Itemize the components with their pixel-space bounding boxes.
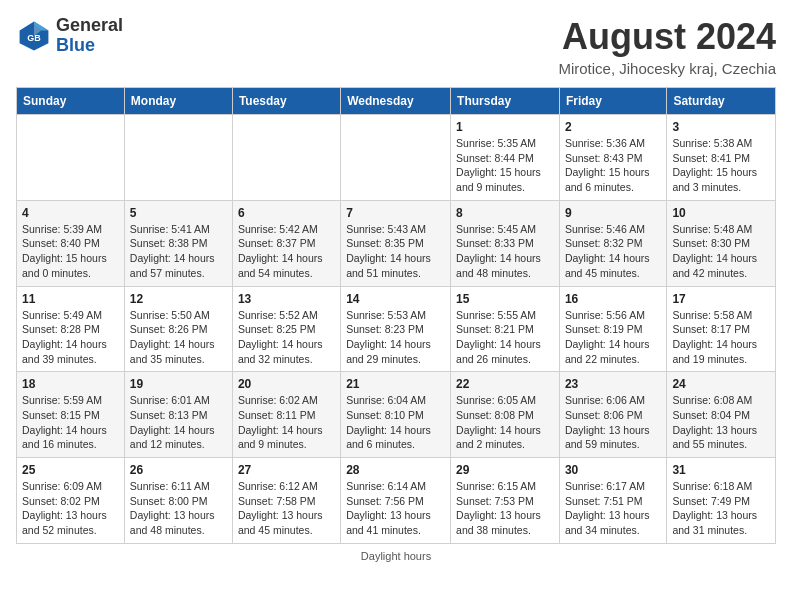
day-info: Sunrise: 6:18 AM Sunset: 7:49 PM Dayligh… <box>672 479 770 538</box>
day-info: Sunrise: 5:36 AM Sunset: 8:43 PM Dayligh… <box>565 136 661 195</box>
day-number: 14 <box>346 292 445 306</box>
calendar-week-5: 25Sunrise: 6:09 AM Sunset: 8:02 PM Dayli… <box>17 458 776 544</box>
calendar-table: SundayMondayTuesdayWednesdayThursdayFrid… <box>16 87 776 544</box>
day-info: Sunrise: 5:41 AM Sunset: 8:38 PM Dayligh… <box>130 222 227 281</box>
calendar-cell: 27Sunrise: 6:12 AM Sunset: 7:58 PM Dayli… <box>232 458 340 544</box>
col-header-sunday: Sunday <box>17 88 125 115</box>
day-info: Sunrise: 6:02 AM Sunset: 8:11 PM Dayligh… <box>238 393 335 452</box>
day-number: 7 <box>346 206 445 220</box>
day-number: 3 <box>672 120 770 134</box>
calendar-cell: 14Sunrise: 5:53 AM Sunset: 8:23 PM Dayli… <box>341 286 451 372</box>
day-info: Sunrise: 5:55 AM Sunset: 8:21 PM Dayligh… <box>456 308 554 367</box>
logo-text-general: General <box>56 15 123 35</box>
day-number: 23 <box>565 377 661 391</box>
col-header-wednesday: Wednesday <box>341 88 451 115</box>
day-number: 11 <box>22 292 119 306</box>
day-number: 31 <box>672 463 770 477</box>
month-title: August 2024 <box>558 16 776 58</box>
calendar-cell <box>124 115 232 201</box>
day-info: Sunrise: 6:12 AM Sunset: 7:58 PM Dayligh… <box>238 479 335 538</box>
calendar-cell: 19Sunrise: 6:01 AM Sunset: 8:13 PM Dayli… <box>124 372 232 458</box>
logo-text-blue: Blue <box>56 35 95 55</box>
calendar-header-row: SundayMondayTuesdayWednesdayThursdayFrid… <box>17 88 776 115</box>
calendar-cell: 24Sunrise: 6:08 AM Sunset: 8:04 PM Dayli… <box>667 372 776 458</box>
calendar-cell <box>232 115 340 201</box>
day-info: Sunrise: 5:58 AM Sunset: 8:17 PM Dayligh… <box>672 308 770 367</box>
day-number: 10 <box>672 206 770 220</box>
day-info: Sunrise: 5:43 AM Sunset: 8:35 PM Dayligh… <box>346 222 445 281</box>
day-info: Sunrise: 6:04 AM Sunset: 8:10 PM Dayligh… <box>346 393 445 452</box>
day-info: Sunrise: 5:39 AM Sunset: 8:40 PM Dayligh… <box>22 222 119 281</box>
calendar-cell: 17Sunrise: 5:58 AM Sunset: 8:17 PM Dayli… <box>667 286 776 372</box>
calendar-cell: 13Sunrise: 5:52 AM Sunset: 8:25 PM Dayli… <box>232 286 340 372</box>
day-info: Sunrise: 6:14 AM Sunset: 7:56 PM Dayligh… <box>346 479 445 538</box>
day-number: 4 <box>22 206 119 220</box>
day-info: Sunrise: 5:56 AM Sunset: 8:19 PM Dayligh… <box>565 308 661 367</box>
day-info: Sunrise: 5:38 AM Sunset: 8:41 PM Dayligh… <box>672 136 770 195</box>
day-number: 2 <box>565 120 661 134</box>
day-info: Sunrise: 5:50 AM Sunset: 8:26 PM Dayligh… <box>130 308 227 367</box>
calendar-cell: 31Sunrise: 6:18 AM Sunset: 7:49 PM Dayli… <box>667 458 776 544</box>
calendar-cell: 20Sunrise: 6:02 AM Sunset: 8:11 PM Dayli… <box>232 372 340 458</box>
day-info: Sunrise: 6:15 AM Sunset: 7:53 PM Dayligh… <box>456 479 554 538</box>
col-header-tuesday: Tuesday <box>232 88 340 115</box>
day-info: Sunrise: 5:49 AM Sunset: 8:28 PM Dayligh… <box>22 308 119 367</box>
title-block: August 2024 Mirotice, Jihocesky kraj, Cz… <box>558 16 776 77</box>
calendar-cell: 21Sunrise: 6:04 AM Sunset: 8:10 PM Dayli… <box>341 372 451 458</box>
calendar-cell: 8Sunrise: 5:45 AM Sunset: 8:33 PM Daylig… <box>451 200 560 286</box>
day-number: 13 <box>238 292 335 306</box>
day-info: Sunrise: 6:01 AM Sunset: 8:13 PM Dayligh… <box>130 393 227 452</box>
day-number: 15 <box>456 292 554 306</box>
col-header-friday: Friday <box>559 88 666 115</box>
calendar-cell: 4Sunrise: 5:39 AM Sunset: 8:40 PM Daylig… <box>17 200 125 286</box>
day-info: Sunrise: 6:06 AM Sunset: 8:06 PM Dayligh… <box>565 393 661 452</box>
calendar-cell: 10Sunrise: 5:48 AM Sunset: 8:30 PM Dayli… <box>667 200 776 286</box>
day-number: 8 <box>456 206 554 220</box>
day-number: 1 <box>456 120 554 134</box>
calendar-week-2: 4Sunrise: 5:39 AM Sunset: 8:40 PM Daylig… <box>17 200 776 286</box>
day-info: Sunrise: 5:53 AM Sunset: 8:23 PM Dayligh… <box>346 308 445 367</box>
calendar-cell: 26Sunrise: 6:11 AM Sunset: 8:00 PM Dayli… <box>124 458 232 544</box>
calendar-cell <box>341 115 451 201</box>
day-number: 28 <box>346 463 445 477</box>
col-header-thursday: Thursday <box>451 88 560 115</box>
svg-text:GB: GB <box>27 33 41 43</box>
day-info: Sunrise: 5:48 AM Sunset: 8:30 PM Dayligh… <box>672 222 770 281</box>
calendar-cell: 1Sunrise: 5:35 AM Sunset: 8:44 PM Daylig… <box>451 115 560 201</box>
day-number: 17 <box>672 292 770 306</box>
day-number: 22 <box>456 377 554 391</box>
day-info: Sunrise: 6:05 AM Sunset: 8:08 PM Dayligh… <box>456 393 554 452</box>
day-number: 21 <box>346 377 445 391</box>
day-number: 18 <box>22 377 119 391</box>
calendar-cell: 15Sunrise: 5:55 AM Sunset: 8:21 PM Dayli… <box>451 286 560 372</box>
day-info: Sunrise: 6:17 AM Sunset: 7:51 PM Dayligh… <box>565 479 661 538</box>
day-info: Sunrise: 5:46 AM Sunset: 8:32 PM Dayligh… <box>565 222 661 281</box>
day-number: 29 <box>456 463 554 477</box>
day-info: Sunrise: 5:52 AM Sunset: 8:25 PM Dayligh… <box>238 308 335 367</box>
day-info: Sunrise: 5:35 AM Sunset: 8:44 PM Dayligh… <box>456 136 554 195</box>
calendar-cell: 3Sunrise: 5:38 AM Sunset: 8:41 PM Daylig… <box>667 115 776 201</box>
calendar-cell: 29Sunrise: 6:15 AM Sunset: 7:53 PM Dayli… <box>451 458 560 544</box>
day-info: Sunrise: 5:42 AM Sunset: 8:37 PM Dayligh… <box>238 222 335 281</box>
day-number: 9 <box>565 206 661 220</box>
calendar-cell: 23Sunrise: 6:06 AM Sunset: 8:06 PM Dayli… <box>559 372 666 458</box>
calendar-cell: 12Sunrise: 5:50 AM Sunset: 8:26 PM Dayli… <box>124 286 232 372</box>
calendar-cell: 28Sunrise: 6:14 AM Sunset: 7:56 PM Dayli… <box>341 458 451 544</box>
calendar-week-1: 1Sunrise: 5:35 AM Sunset: 8:44 PM Daylig… <box>17 115 776 201</box>
calendar-cell: 9Sunrise: 5:46 AM Sunset: 8:32 PM Daylig… <box>559 200 666 286</box>
day-number: 25 <box>22 463 119 477</box>
calendar-cell: 22Sunrise: 6:05 AM Sunset: 8:08 PM Dayli… <box>451 372 560 458</box>
calendar-cell: 16Sunrise: 5:56 AM Sunset: 8:19 PM Dayli… <box>559 286 666 372</box>
day-info: Sunrise: 6:09 AM Sunset: 8:02 PM Dayligh… <box>22 479 119 538</box>
calendar-cell: 11Sunrise: 5:49 AM Sunset: 8:28 PM Dayli… <box>17 286 125 372</box>
location: Mirotice, Jihocesky kraj, Czechia <box>558 60 776 77</box>
day-number: 30 <box>565 463 661 477</box>
calendar-cell: 18Sunrise: 5:59 AM Sunset: 8:15 PM Dayli… <box>17 372 125 458</box>
page-header: GB General Blue August 2024 Mirotice, Ji… <box>16 16 776 77</box>
calendar-cell <box>17 115 125 201</box>
col-header-saturday: Saturday <box>667 88 776 115</box>
col-header-monday: Monday <box>124 88 232 115</box>
calendar-cell: 30Sunrise: 6:17 AM Sunset: 7:51 PM Dayli… <box>559 458 666 544</box>
calendar-cell: 6Sunrise: 5:42 AM Sunset: 8:37 PM Daylig… <box>232 200 340 286</box>
daylight-note: Daylight hours <box>16 550 776 562</box>
